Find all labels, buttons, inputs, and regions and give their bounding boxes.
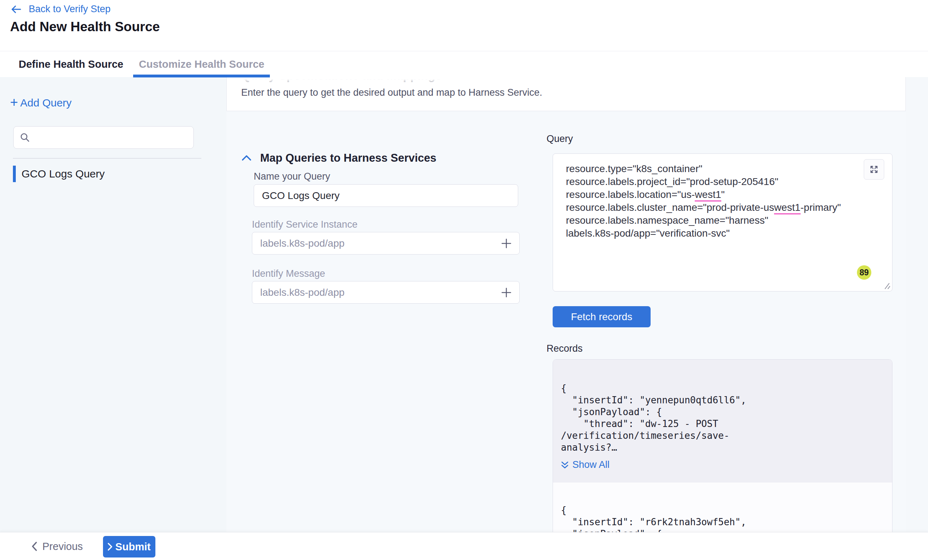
show-all-label: Show All — [572, 459, 610, 470]
query-search-box — [13, 126, 194, 149]
submit-label: Submit — [115, 541, 150, 553]
add-query-button[interactable]: + Add Query — [10, 97, 72, 109]
plus-icon: + — [10, 97, 18, 108]
query-label: Query — [546, 133, 573, 145]
identify-service-instance-label: Identify Service Instance — [252, 219, 357, 230]
expand-icon — [869, 164, 879, 174]
chevron-left-icon — [32, 542, 37, 551]
resize-grip-icon[interactable] — [882, 283, 891, 290]
query-line: resource.labels.namespace_name="harness" — [566, 214, 841, 227]
name-query-label: Name your Query — [254, 171, 330, 182]
spellcheck-underline: west1 — [774, 202, 800, 215]
sidebar-divider — [13, 158, 201, 158]
active-tab-indicator — [133, 75, 270, 78]
back-link-label: Back to Verify Step — [29, 4, 110, 15]
selected-indicator — [13, 166, 16, 182]
records-list: { "insertId": "yennepun0qtd6ll6", "jsonP… — [553, 359, 893, 560]
query-line: resource.type="k8s_container" — [566, 163, 841, 175]
back-link[interactable]: Back to Verify Step — [11, 4, 110, 15]
query-editor-content: resource.type="k8s_container"resource.la… — [566, 163, 841, 240]
chevron-right-icon — [108, 543, 112, 551]
tab-customize-health-source[interactable]: Customize Health Source — [139, 51, 264, 78]
query-item-label: GCO Logs Query — [21, 168, 105, 180]
query-editor[interactable]: resource.type="k8s_container"resource.la… — [553, 154, 893, 291]
expand-query-button[interactable] — [864, 159, 884, 180]
record-json: { "insertId": "yennepun0qtd6ll6", "jsonP… — [553, 382, 892, 453]
records-label: Records — [546, 343, 583, 354]
query-name-input[interactable] — [254, 184, 518, 207]
message-value: labels.k8s-pod/app — [260, 287, 345, 298]
query-line: resource.labels.project_id="prod-setup-2… — [566, 175, 841, 188]
back-arrow-icon — [11, 5, 21, 14]
sidebar-item-gco-logs-query[interactable]: GCO Logs Query — [13, 166, 105, 182]
query-line: resource.labels.cluster_name="prod-priva… — [566, 201, 841, 214]
show-all-link[interactable]: Show All — [561, 459, 892, 470]
map-queries-title: Map Queries to Harness Services — [260, 152, 437, 164]
right-margin — [906, 77, 928, 532]
tab-define-health-source[interactable]: Define Health Source — [19, 51, 124, 78]
service-instance-value: labels.k8s-pod/app — [260, 238, 345, 249]
plus-icon[interactable] — [501, 238, 512, 249]
section-subheading: Enter the query to get the desired outpu… — [241, 87, 542, 98]
add-query-label: Add Query — [20, 97, 72, 109]
submit-button[interactable]: Submit — [103, 536, 156, 557]
query-line: resource.labels.location="us-west1" — [566, 188, 841, 201]
record-row: { "insertId": "yennepun0qtd6ll6", "jsonP… — [553, 359, 892, 482]
search-icon — [20, 132, 30, 142]
message-input[interactable]: labels.k8s-pod/app — [252, 281, 520, 304]
add-health-source-page: Back to Verify Step Add New Health Sourc… — [0, 0, 928, 560]
identify-message-label: Identify Message — [252, 268, 325, 279]
chevron-up-icon[interactable] — [241, 155, 252, 161]
footer-bar: Previous Submit — [0, 532, 928, 560]
double-chevron-down-icon — [561, 461, 569, 469]
service-instance-input[interactable]: labels.k8s-pod/app — [252, 232, 520, 254]
spellcheck-underline: west1 — [695, 189, 721, 201]
fetch-records-button[interactable]: Fetch records — [553, 306, 650, 327]
previous-label: Previous — [42, 541, 83, 552]
tab-bar: Define Health Source Customize Health So… — [0, 51, 928, 77]
query-line: labels.k8s-pod/app="verification-svc" — [566, 227, 841, 240]
search-input[interactable] — [34, 132, 194, 143]
char-count-badge: 89 — [857, 265, 871, 280]
plus-icon[interactable] — [501, 287, 512, 298]
previous-button[interactable]: Previous — [32, 533, 83, 560]
page-title: Add New Health Source — [10, 19, 160, 34]
